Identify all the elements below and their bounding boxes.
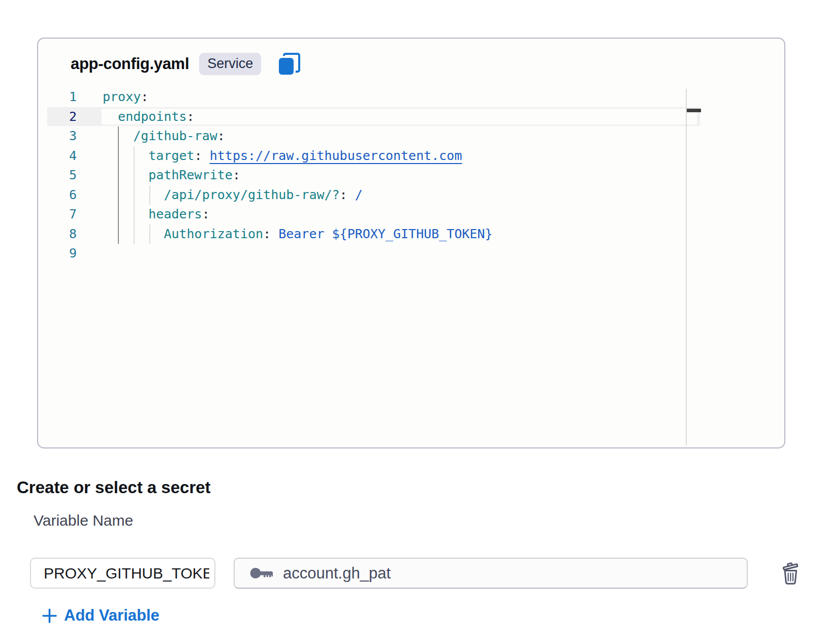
add-variable-label: Add Variable bbox=[64, 606, 160, 625]
copy-icon bbox=[277, 52, 302, 76]
code-line: 3 /github-raw: bbox=[38, 126, 784, 146]
file-title: app-config.yaml bbox=[71, 55, 189, 73]
line-number: 4 bbox=[38, 146, 77, 166]
url-link[interactable]: https://raw.githubusercontent.com bbox=[210, 148, 462, 163]
code-editor[interactable]: 1proxy: 2 endpoints: 3 /github-raw: 4 ta… bbox=[38, 87, 784, 449]
overview-ruler-cursor bbox=[687, 109, 701, 112]
add-variable-button[interactable]: Add Variable bbox=[42, 605, 160, 626]
code-line-active: 2 endpoints: bbox=[38, 107, 784, 127]
key-icon bbox=[250, 566, 274, 580]
line-number: 9 bbox=[38, 244, 77, 264]
code-line: 4 target: https://raw.githubusercontent.… bbox=[38, 146, 784, 166]
section-title: Create or select a secret bbox=[17, 478, 211, 497]
code-editor-card: app-config.yaml Service 1proxy: bbox=[37, 38, 785, 448]
variable-name-input[interactable] bbox=[30, 558, 215, 589]
variable-name-label: Variable Name bbox=[34, 512, 133, 529]
code-line: 9 bbox=[38, 244, 784, 264]
line-number: 2 bbox=[38, 107, 77, 127]
line-number: 6 bbox=[38, 185, 77, 205]
line-number: 8 bbox=[38, 224, 77, 244]
code-line: 1proxy: bbox=[38, 87, 784, 107]
card-header: app-config.yaml Service bbox=[71, 51, 302, 77]
code-line: 6 /api/proxy/github-raw/?: / bbox=[38, 185, 784, 205]
delete-variable-button[interactable] bbox=[775, 558, 806, 588]
secret-select-value: account.gh_pat bbox=[283, 564, 391, 583]
service-badge: Service bbox=[199, 53, 261, 75]
line-number: 3 bbox=[38, 126, 77, 146]
line-number: 1 bbox=[38, 87, 77, 107]
code-line: 5 pathRewrite: bbox=[38, 166, 784, 185]
line-number: 7 bbox=[38, 205, 77, 224]
secret-select[interactable]: account.gh_pat bbox=[234, 558, 748, 589]
copy-button[interactable] bbox=[277, 52, 302, 76]
code-line: 7 headers: bbox=[38, 205, 784, 224]
code-line: 8 Authorization: Bearer ${PROXY_GITHUB_T… bbox=[38, 224, 784, 244]
line-number: 5 bbox=[38, 166, 77, 185]
trash-icon bbox=[779, 560, 802, 586]
plus-icon bbox=[42, 608, 57, 624]
